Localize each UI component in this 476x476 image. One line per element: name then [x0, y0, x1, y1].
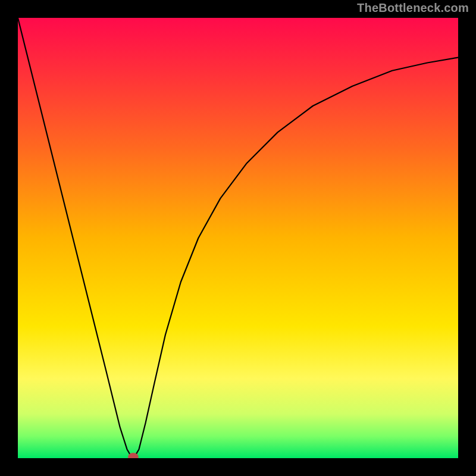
chart-frame: TheBottleneck.com: [0, 0, 476, 476]
attribution-label: TheBottleneck.com: [357, 1, 469, 15]
chart-background: [18, 18, 458, 458]
bottleneck-chart: [18, 18, 458, 458]
